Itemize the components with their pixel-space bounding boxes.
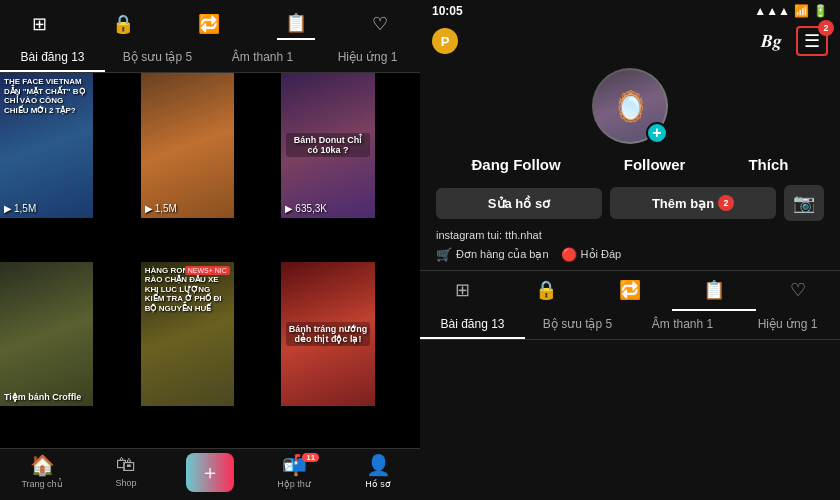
- add-friend-label: Thêm bạn: [652, 196, 714, 211]
- likes-value: Thích: [748, 156, 788, 173]
- profile-icon: 👤: [366, 453, 391, 477]
- right-tab-bosuutap[interactable]: Bộ sưu tập 5: [525, 311, 630, 339]
- signal-icon: ▲▲▲: [754, 4, 790, 18]
- orders-link[interactable]: 🛒 Đơn hàng của bạn: [436, 247, 549, 262]
- video-views-1: ▶1,5M: [4, 203, 36, 214]
- video-views-3: ▶635,3K: [285, 203, 327, 214]
- right-tab-grid[interactable]: ⊞: [420, 271, 504, 311]
- right-bottom-tabs: ⊞ 🔒 🔁 📋 ♡: [420, 270, 840, 311]
- add-friend-badge: 2: [718, 195, 734, 211]
- right-content-tabs: Bài đăng 13 Bộ sưu tập 5 Âm thanh 1 Hiệu…: [420, 311, 840, 340]
- battery-icon: 🔋: [813, 4, 828, 18]
- left-tabs: Bài đăng 13 Bộ sưu tập 5 Âm thanh 1 Hiệu…: [0, 44, 420, 73]
- status-icons: ▲▲▲ 📶 🔋: [754, 4, 828, 18]
- video-views-2: ▶1,5M: [145, 203, 177, 214]
- news-badge: NEWS+ NIC: [185, 266, 230, 275]
- cart-icon: 🛒: [436, 247, 452, 262]
- qa-icon: 🔴: [561, 247, 577, 262]
- video-text-1: THE FACE VIETNAM DẪN "MẶT CHẤT" BỌ CHỈ V…: [4, 77, 88, 115]
- home-icon: 🏠: [30, 453, 55, 477]
- avatar-wrap: 🪞 +: [592, 68, 668, 144]
- qa-label: Hỏi Đáp: [581, 248, 622, 261]
- nav-profile-label: Hồ sơ: [365, 479, 391, 489]
- inbox-badge: 11: [302, 453, 319, 462]
- repost-icon[interactable]: 🔁: [190, 9, 228, 39]
- stat-following[interactable]: Đang Follow: [472, 156, 561, 173]
- right-panel: 10:05 ▲▲▲ 📶 🔋 P 𝑩𝒈 ☰ 2 🪞 + Đang Follow: [420, 0, 840, 500]
- right-tab-hieuung[interactable]: Hiệu ứng 1: [735, 311, 840, 339]
- right-tab-repost[interactable]: 🔁: [588, 271, 672, 311]
- status-bar: 10:05 ▲▲▲ 📶 🔋: [420, 0, 840, 22]
- nav-home-label: Trang chủ: [21, 479, 62, 489]
- nav-inbox-label: Hộp thư: [277, 479, 311, 489]
- profile-stats: Đang Follow Follower Thích: [420, 148, 840, 181]
- action-buttons: Sửa hồ sơ Thêm bạn 2 📷: [420, 181, 840, 225]
- menu-btn-wrap: ☰ 2: [796, 26, 828, 56]
- video-text-4: Tiệm bánh Croffle: [4, 392, 81, 402]
- instagram-icon: 📷: [793, 192, 815, 214]
- tab-amthanh[interactable]: Âm thanh 1: [210, 44, 315, 72]
- video-cell-6[interactable]: Bánh tráng nướng dẻo thịt độc lạ!: [281, 262, 374, 407]
- right-tab-heart[interactable]: ♡: [756, 271, 840, 311]
- logo-icon[interactable]: 𝑩𝒈: [759, 29, 784, 54]
- post-icon[interactable]: 📋: [277, 8, 315, 40]
- nav-home[interactable]: 🏠 Trang chủ: [0, 453, 84, 492]
- link-row: 🛒 Đơn hàng của bạn 🔴 Hỏi Đáp: [436, 247, 824, 262]
- tab-bosuutap[interactable]: Bộ sưu tập 5: [105, 44, 210, 72]
- profile-top-bar: P 𝑩𝒈 ☰ 2: [420, 22, 840, 60]
- orders-label: Đơn hàng của bạn: [456, 248, 549, 261]
- wifi-icon: 📶: [794, 4, 809, 18]
- qa-link[interactable]: 🔴 Hỏi Đáp: [561, 247, 622, 262]
- instagram-link[interactable]: instagram tui: tth.nhat: [436, 229, 824, 241]
- video-grid: THE FACE VIETNAM DẪN "MẶT CHẤT" BỌ CHỈ V…: [0, 73, 420, 448]
- heart-icon[interactable]: ♡: [364, 9, 396, 39]
- profile-links: instagram tui: tth.nhat 🛒 Đơn hàng của b…: [420, 225, 840, 266]
- nav-shop-label: Shop: [115, 478, 136, 488]
- follower-value: Follower: [624, 156, 686, 173]
- video-cell-1[interactable]: THE FACE VIETNAM DẪN "MẶT CHẤT" BỌ CHỈ V…: [0, 73, 93, 218]
- lock-icon[interactable]: 🔒: [104, 9, 142, 39]
- nav-inbox[interactable]: 📬 11 Hộp thư: [252, 453, 336, 492]
- video-cell-5[interactable]: HÀNG RONG KÉO RÀO CHẶN ĐẦU XE KHI LUC LƯ…: [141, 262, 234, 407]
- p-badge: P: [432, 28, 458, 54]
- right-tab-post[interactable]: 📋: [672, 271, 756, 311]
- video-text-6: Bánh tráng nướng dẻo thịt độc lạ!: [286, 322, 370, 346]
- instagram-button[interactable]: 📷: [784, 185, 824, 221]
- tab-hieuung[interactable]: Hiệu ứng 1: [315, 44, 420, 72]
- plus-icon: ＋: [200, 461, 220, 483]
- left-panel: ⊞ 🔒 🔁 📋 ♡ Bài đăng 13 Bộ sưu tập 5 Âm th…: [0, 0, 420, 500]
- left-bottom-nav: 🏠 Trang chủ 🛍 Shop ＋ 📬 11 Hộp thư 👤 Hồ s…: [0, 448, 420, 500]
- tab-baidang[interactable]: Bài đăng 13: [0, 44, 105, 72]
- nav-profile[interactable]: 👤 Hồ sơ: [336, 453, 420, 492]
- stat-likes[interactable]: Thích: [748, 156, 788, 173]
- video-cell-4[interactable]: Tiệm bánh Croffle: [0, 262, 93, 407]
- right-tab-baidang[interactable]: Bài đăng 13: [420, 311, 525, 339]
- video-text-3: Bánh Donut Chỉ có 10ka ?: [286, 133, 370, 157]
- menu-badge: 2: [818, 20, 834, 36]
- video-cell-3[interactable]: Bánh Donut Chỉ có 10ka ? ▶635,3K: [281, 73, 374, 218]
- avatar-section: 🪞 +: [420, 60, 840, 148]
- avatar-add-button[interactable]: +: [646, 122, 668, 144]
- grid-icon[interactable]: ⊞: [24, 9, 55, 39]
- following-value: Đang Follow: [472, 156, 561, 173]
- stat-follower[interactable]: Follower: [624, 156, 686, 173]
- add-friend-button[interactable]: Thêm bạn 2: [610, 187, 776, 219]
- status-time: 10:05: [432, 4, 463, 18]
- left-top-nav: ⊞ 🔒 🔁 📋 ♡: [0, 0, 420, 44]
- nav-shop[interactable]: 🛍 Shop: [84, 453, 168, 492]
- shop-icon: 🛍: [116, 453, 136, 476]
- right-tab-amthanh[interactable]: Âm thanh 1: [630, 311, 735, 339]
- nav-add-wrap: ＋: [168, 453, 252, 492]
- video-cell-2[interactable]: ▶1,5M: [141, 73, 234, 218]
- edit-profile-button[interactable]: Sửa hồ sơ: [436, 188, 602, 219]
- add-button[interactable]: ＋: [186, 453, 234, 492]
- right-tab-lock[interactable]: 🔒: [504, 271, 588, 311]
